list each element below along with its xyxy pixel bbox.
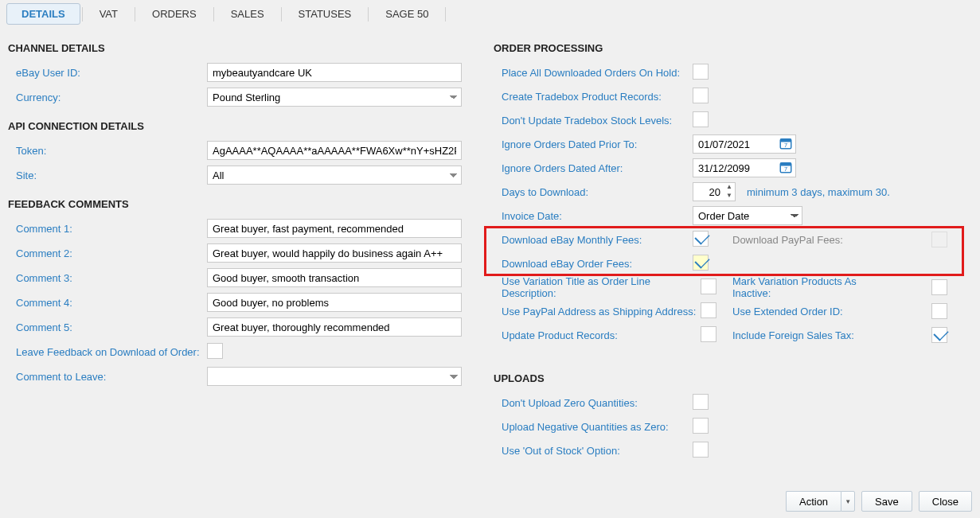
place-on-hold-checkbox[interactable] — [693, 64, 709, 80]
ignore-after-label: Ignore Orders Dated After: — [494, 162, 693, 174]
mark-inactive-label: Mark Variation Products As Inactive: — [732, 275, 876, 299]
currency-select[interactable] — [207, 88, 462, 107]
api-connection-title: API CONNECTION DETAILS — [8, 115, 478, 138]
include-tax-checkbox[interactable] — [931, 327, 947, 343]
comment4-label: Comment 4: — [8, 297, 207, 309]
site-select[interactable] — [207, 166, 462, 185]
feedback-comments-title: FEEDBACK COMMENTS — [8, 193, 478, 216]
comment1-label: Comment 1: — [8, 223, 207, 235]
comment5-input[interactable] — [207, 317, 462, 337]
tab-statuses[interactable]: STATUSES — [283, 3, 367, 25]
include-tax-label: Include Foreign Sales Tax: — [732, 329, 876, 341]
action-button[interactable]: Action — [786, 491, 841, 512]
tab-bar: DETAILS VAT ORDERS SALES STATUSES SAGE 5… — [0, 0, 980, 29]
create-records-label: Create Tradebox Product Records: — [494, 91, 693, 103]
spinner-up-icon[interactable]: ▲ — [724, 183, 735, 192]
dont-update-stock-label: Don't Update Tradebox Stock Levels: — [494, 115, 693, 127]
place-on-hold-label: Place All Downloaded Orders On Hold: — [494, 67, 693, 79]
site-label: Site: — [8, 169, 207, 181]
download-order-fees-checkbox[interactable] — [693, 255, 709, 271]
token-label: Token: — [8, 145, 207, 157]
uploads-title: UPLOADS — [494, 368, 971, 391]
svg-text:7: 7 — [784, 142, 787, 149]
currency-label: Currency: — [8, 92, 207, 103]
tab-sales[interactable]: SALES — [216, 3, 279, 25]
calendar-icon[interactable]: 7 — [779, 136, 795, 152]
out-of-stock-checkbox[interactable] — [693, 442, 709, 458]
tab-sage50[interactable]: SAGE 50 — [370, 3, 443, 25]
neg-as-zero-checkbox[interactable] — [693, 418, 709, 434]
dont-update-stock-checkbox[interactable] — [693, 111, 709, 127]
comment3-input[interactable] — [207, 268, 462, 287]
use-paypal-addr-label: Use PayPal Address as Shipping Address: — [494, 306, 701, 317]
spinner-down-icon[interactable]: ▼ — [724, 192, 735, 201]
footer-buttons: Action ▼ Save Close — [786, 491, 972, 512]
comment-to-leave-select[interactable] — [207, 367, 462, 386]
tab-vat[interactable]: VAT — [84, 3, 133, 25]
no-zero-label: Don't Upload Zero Quantities: — [494, 397, 693, 409]
use-variation-title-checkbox[interactable] — [701, 278, 716, 294]
download-order-fees-label: Download eBay Order Fees: — [494, 258, 693, 270]
download-paypal-fees-label: Download PayPal Fees: — [732, 234, 876, 246]
comment1-input[interactable] — [207, 219, 462, 238]
comment2-label: Comment 2: — [8, 247, 207, 259]
ignore-prior-label: Ignore Orders Dated Prior To: — [494, 138, 693, 150]
leave-feedback-checkbox[interactable] — [207, 343, 223, 359]
download-monthly-fees-label: Download eBay Monthly Fees: — [494, 234, 693, 246]
token-input[interactable] — [207, 141, 462, 160]
ebay-user-id-input[interactable] — [207, 63, 462, 82]
download-monthly-fees-checkbox[interactable] — [693, 231, 709, 247]
mark-inactive-checkbox[interactable] — [931, 279, 947, 295]
action-dropdown-button[interactable]: ▼ — [841, 491, 855, 512]
ebay-user-id-label: eBay User ID: — [8, 67, 207, 79]
neg-as-zero-label: Upload Negative Quantities as Zero: — [494, 421, 693, 433]
order-processing-title: ORDER PROCESSING — [494, 37, 971, 60]
use-ext-order-checkbox[interactable] — [931, 303, 947, 319]
use-paypal-addr-checkbox[interactable] — [701, 302, 716, 318]
use-variation-title-label: Use Variation Title as Order Line Descri… — [494, 275, 701, 299]
days-download-label: Days to Download: — [494, 186, 693, 198]
tab-details[interactable]: DETAILS — [6, 3, 80, 25]
days-download-spinner[interactable]: ▲▼ — [693, 182, 736, 201]
tab-orders[interactable]: ORDERS — [137, 3, 212, 25]
leave-feedback-label: Leave Feedback on Download of Order: — [8, 346, 207, 358]
channel-details-title: CHANNEL DETAILS — [8, 37, 478, 60]
comment2-input[interactable] — [207, 243, 462, 263]
days-download-input[interactable] — [693, 183, 724, 201]
invoice-date-label: Invoice Date: — [494, 210, 693, 222]
use-ext-order-label: Use Extended Order ID: — [732, 306, 876, 317]
chevron-down-icon: ▼ — [845, 498, 851, 505]
download-paypal-fees-checkbox — [931, 232, 947, 247]
comment4-input[interactable] — [207, 293, 462, 312]
comment3-label: Comment 3: — [8, 272, 207, 284]
out-of-stock-label: Use 'Out of Stock' Option: — [494, 445, 693, 457]
svg-text:7: 7 — [784, 166, 787, 173]
invoice-date-select[interactable] — [693, 206, 802, 225]
save-button[interactable]: Save — [861, 491, 912, 512]
close-button[interactable]: Close — [919, 491, 972, 512]
comment5-label: Comment 5: — [8, 321, 207, 333]
update-product-checkbox[interactable] — [701, 326, 716, 342]
comment-to-leave-label: Comment to Leave: — [8, 371, 207, 383]
no-zero-checkbox[interactable] — [693, 394, 709, 410]
days-download-note: minimum 3 days, maximum 30. — [747, 186, 890, 198]
update-product-label: Update Product Records: — [494, 329, 701, 341]
create-records-checkbox[interactable] — [693, 88, 709, 103]
calendar-icon[interactable]: 7 — [779, 160, 795, 176]
